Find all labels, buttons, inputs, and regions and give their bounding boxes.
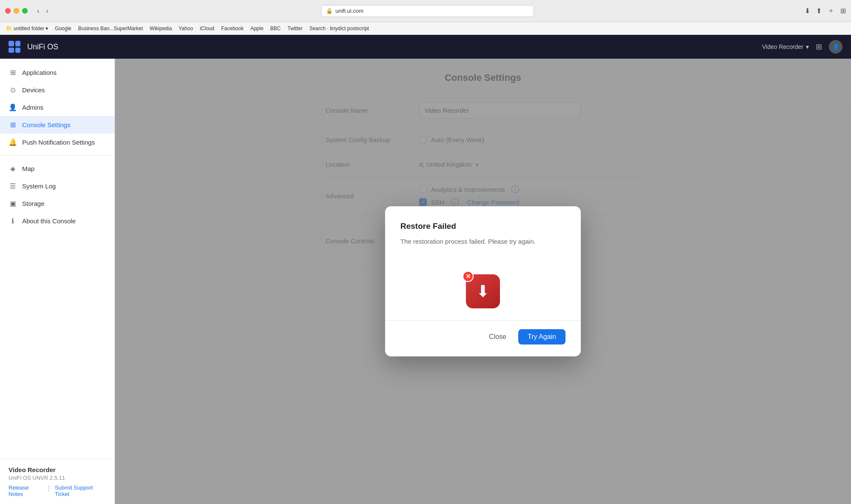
bookmark-label: BBC bbox=[270, 26, 281, 31]
logo-cell-2 bbox=[15, 41, 21, 46]
bookmark-label: iCloud bbox=[200, 26, 214, 31]
sidebar-footer-links: Release Notes | Submit Support Ticket bbox=[9, 484, 106, 497]
bookmark-bbc[interactable]: BBC bbox=[270, 26, 281, 31]
bookmarks-bar: 📁 untitled folder ▾ Google Business Ban.… bbox=[0, 22, 851, 35]
about-icon: ℹ bbox=[9, 217, 17, 225]
logo-cell-4 bbox=[15, 48, 21, 53]
sidebar-item-map[interactable]: ◈ Map bbox=[0, 160, 114, 177]
push-notifications-icon: 🔔 bbox=[9, 138, 17, 146]
sidebar-divider-1 bbox=[0, 155, 114, 156]
bookmark-label: Twitter bbox=[288, 26, 303, 31]
sidebar-item-about[interactable]: ℹ About this Console bbox=[0, 212, 114, 230]
bookmark-label: Wikipedia bbox=[150, 26, 172, 31]
sidebar-label-console-settings: Console Settings bbox=[22, 121, 70, 128]
folder-arrow: ▾ bbox=[46, 26, 48, 31]
download-icon[interactable]: ⬇ bbox=[805, 7, 810, 15]
new-tab-icon[interactable]: ＋ bbox=[828, 6, 834, 15]
apps-grid-icon[interactable]: ⊞ bbox=[816, 42, 822, 51]
app-title: UniFi OS bbox=[27, 43, 58, 51]
logo-cell-1 bbox=[9, 41, 14, 46]
bookmark-apple[interactable]: Apple bbox=[250, 26, 263, 31]
restore-failed-modal: Restore Failed The restoration process f… bbox=[385, 206, 581, 356]
modal-title: Restore Failed bbox=[400, 222, 565, 231]
titlebar-right: ⬇ ⬆ ＋ ⊞ bbox=[805, 6, 846, 15]
bookmark-label: Facebook bbox=[221, 26, 244, 31]
logo-cell-3 bbox=[9, 48, 14, 53]
modal-icon-wrap: ✕ ⬇ bbox=[466, 274, 500, 308]
header-console-selector[interactable]: Video Recorder ▾ bbox=[762, 43, 809, 50]
sidebar-item-push-notifications[interactable]: 🔔 Push Notification Settings bbox=[0, 134, 114, 151]
modal-overlay: Restore Failed The restoration process f… bbox=[115, 59, 851, 504]
back-button[interactable]: ‹ bbox=[34, 6, 42, 16]
admins-icon: 👤 bbox=[9, 103, 17, 111]
lock-icon: 🔒 bbox=[326, 8, 333, 14]
url-text: unifi.ui.com bbox=[335, 8, 363, 14]
sidebar-item-console-settings[interactable]: ⊞ Console Settings bbox=[0, 116, 114, 134]
bookmark-wikipedia[interactable]: Wikipedia bbox=[150, 26, 172, 31]
bookmark-search[interactable]: Search · tinydict postscript bbox=[309, 26, 369, 31]
tab-overview-icon[interactable]: ⊞ bbox=[840, 7, 846, 15]
avatar-icon: 👤 bbox=[832, 43, 840, 50]
bookmark-facebook[interactable]: Facebook bbox=[221, 26, 244, 31]
console-name-text: Video Recorder bbox=[762, 43, 803, 50]
header-right: Video Recorder ▾ ⊞ 👤 bbox=[762, 40, 842, 54]
release-notes-link[interactable]: Release Notes bbox=[9, 484, 43, 497]
app-header: UniFi OS Video Recorder ▾ ⊞ 👤 bbox=[0, 35, 851, 59]
app-logo bbox=[9, 41, 20, 53]
sidebar-item-storage[interactable]: ▣ Storage bbox=[0, 195, 114, 212]
titlebar: ‹ › 🔒 unifi.ui.com ⬇ ⬆ ＋ ⊞ bbox=[0, 0, 851, 22]
bookmark-label: Search · tinydict postscript bbox=[309, 26, 369, 31]
cloud-download-icon: ⬇ bbox=[476, 282, 490, 301]
forward-button[interactable]: › bbox=[43, 6, 51, 16]
addressbar[interactable]: 🔒 unifi.ui.com bbox=[321, 5, 534, 17]
bookmark-yahoo[interactable]: Yahoo bbox=[179, 26, 193, 31]
bookmark-twitter[interactable]: Twitter bbox=[288, 26, 303, 31]
folder-label: untitled folder bbox=[14, 26, 44, 31]
close-button[interactable]: Close bbox=[482, 329, 513, 345]
share-icon[interactable]: ⬆ bbox=[816, 7, 822, 15]
bookmark-label: Yahoo bbox=[179, 26, 193, 31]
modal-actions: Close Try Again bbox=[400, 329, 565, 345]
device-version: UniFi OS UNVR 2.5.11 bbox=[9, 475, 106, 481]
sidebar-item-devices[interactable]: ⊙ Devices bbox=[0, 81, 114, 99]
app-chrome: UniFi OS Video Recorder ▾ ⊞ 👤 ⊞ Applicat… bbox=[0, 35, 851, 504]
traffic-lights bbox=[5, 8, 28, 14]
map-icon: ◈ bbox=[9, 165, 17, 173]
submit-support-ticket-link[interactable]: Submit Support Ticket bbox=[55, 484, 106, 497]
close-button[interactable] bbox=[5, 8, 11, 14]
sidebar-item-admins[interactable]: 👤 Admins bbox=[0, 99, 114, 116]
devices-icon: ⊙ bbox=[9, 86, 17, 94]
applications-icon: ⊞ bbox=[9, 68, 17, 77]
modal-divider bbox=[385, 320, 581, 321]
sidebar-label-storage: Storage bbox=[22, 200, 45, 207]
bookmark-google[interactable]: Google bbox=[55, 26, 71, 31]
layout: ⊞ Applications ⊙ Devices 👤 Admins ⊞ Cons… bbox=[0, 59, 851, 504]
sidebar-label-admins: Admins bbox=[22, 104, 43, 111]
sidebar-footer: Video Recorder UniFi OS UNVR 2.5.11 Rele… bbox=[0, 459, 114, 504]
footer-separator: | bbox=[48, 484, 50, 497]
fullscreen-button[interactable] bbox=[22, 8, 28, 14]
user-avatar[interactable]: 👤 bbox=[829, 40, 842, 54]
console-arrow-icon: ▾ bbox=[806, 43, 809, 50]
bookmark-label: Google bbox=[55, 26, 71, 31]
sidebar-label-about: About this Console bbox=[22, 217, 76, 225]
modal-error-badge: ✕ bbox=[463, 271, 474, 282]
sidebar-nav: ⊞ Applications ⊙ Devices 👤 Admins ⊞ Cons… bbox=[0, 59, 114, 459]
sidebar-item-system-log[interactable]: ☰ System Log bbox=[0, 177, 114, 195]
bookmark-folder[interactable]: 📁 untitled folder ▾ bbox=[6, 26, 48, 31]
storage-icon: ▣ bbox=[9, 199, 17, 208]
try-again-button[interactable]: Try Again bbox=[518, 329, 565, 345]
modal-icon-area: ✕ ⬇ bbox=[400, 274, 565, 308]
bookmark-label: Business Ban...SuperMarket bbox=[78, 26, 143, 31]
sidebar-label-push-notifications: Push Notification Settings bbox=[22, 139, 95, 146]
system-log-icon: ☰ bbox=[9, 182, 17, 190]
sidebar-item-applications[interactable]: ⊞ Applications bbox=[0, 64, 114, 81]
sidebar-label-devices: Devices bbox=[22, 86, 45, 94]
bookmark-label: Apple bbox=[250, 26, 263, 31]
bookmark-business[interactable]: Business Ban...SuperMarket bbox=[78, 26, 143, 31]
addressbar-area: 🔒 unifi.ui.com bbox=[54, 5, 801, 17]
folder-icon: 📁 bbox=[6, 26, 12, 31]
main-content: Console Settings Console Name System Con… bbox=[115, 59, 851, 504]
bookmark-icloud[interactable]: iCloud bbox=[200, 26, 214, 31]
minimize-button[interactable] bbox=[14, 8, 19, 14]
